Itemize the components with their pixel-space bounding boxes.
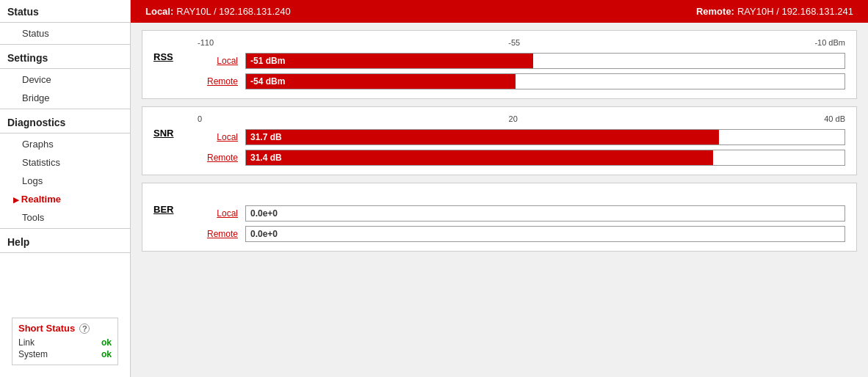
ber-scale-max [843,191,845,200]
snr-bars: 0 20 40 dB Local 31.7 dB Remote 31.4 dB [198,114,845,166]
sidebar-section-status: Status Status [0,0,130,46]
ber-scale-min [198,191,200,200]
sidebar-section-header-diagnostics: Diagnostics [0,111,130,131]
short-status-system-row: System ok [18,348,112,360]
sidebar-section-header-status: Status [0,0,130,21]
short-status-title: Short Status [18,323,75,334]
short-status-link-row: Link ok [18,337,112,348]
sidebar: Status Status Settings Device Bridge Dia… [0,0,131,377]
ber-remote-row: Remote 0.0e+0 [198,226,845,242]
snr-scale: 0 20 40 dB [198,114,845,123]
remote-label: Remote: [696,6,734,17]
short-status-link-label: Link [18,337,35,348]
sidebar-item-graphs[interactable]: Graphs [0,135,130,153]
ber-title-row: BER Local 0.0e+0 Remote [153,191,845,242]
ber-remote-bar-fill: 0.0e+0 [246,227,845,241]
ber-bars: Local 0.0e+0 Remote 0.0e+0 [198,191,845,242]
main-content: Local: RAY10L / 192.168.131.240 Remote: … [131,0,868,377]
remote-value: RAY10H / 192.168.131.241 [737,6,853,17]
rss-title-row: RSS -110 -55 -10 dBm Local -51 dBm R [153,38,845,89]
rss-local-bar-fill: -51 dBm [246,54,533,68]
snr-panel: SNR 0 20 40 dB Local 31.7 dB Remote [142,106,857,175]
local-value: RAY10L / 192.168.131.240 [176,6,290,17]
sidebar-section-settings: Settings Device Bridge [0,46,130,111]
snr-local-bar-container: 31.7 dB [245,129,845,145]
snr-title-row: SNR 0 20 40 dB Local 31.7 dB Remote [153,114,845,166]
rss-title: RSS [153,51,183,62]
snr-scale-mid: 20 [509,114,518,123]
rss-remote-row: Remote -54 dBm [198,73,845,89]
ber-local-bar-fill: 0.0e+0 [246,206,845,221]
rss-remote-bar-container: -54 dBm [245,73,845,89]
snr-scale-max: 40 dB [824,114,845,123]
snr-remote-row: Remote 31.4 dB [198,150,845,166]
snr-remote-bar-container: 31.4 dB [245,150,845,166]
short-status-system-value: ok [101,349,112,359]
local-info: Local: RAY10L / 192.168.131.240 [145,6,291,17]
local-label: Local: [145,6,173,17]
sidebar-item-status[interactable]: Status [0,24,130,43]
snr-local-label[interactable]: Local [198,132,238,142]
snr-remote-bar-fill: 31.4 dB [246,150,713,165]
snr-local-bar-fill: 31.7 dB [246,130,719,144]
ber-panel: BER Local 0.0e+0 Remote [142,183,857,252]
sidebar-item-bridge[interactable]: Bridge [0,89,130,107]
sidebar-item-tools[interactable]: Tools [0,208,130,227]
short-status-panel: Short Status ? Link ok System ok [12,318,118,365]
rss-scale-min: -110 [198,38,214,47]
ber-local-bar-container: 0.0e+0 [245,205,845,222]
rss-scale-max: -10 dBm [814,38,845,47]
sidebar-item-statistics[interactable]: Statistics [0,153,130,172]
snr-title: SNR [153,128,183,139]
rss-panel: RSS -110 -55 -10 dBm Local -51 dBm R [142,30,857,99]
rss-scale-mid: -55 [508,38,520,47]
sidebar-item-logs[interactable]: Logs [0,172,130,190]
sidebar-section-header-settings: Settings [0,46,130,67]
rss-scale: -110 -55 -10 dBm [198,38,845,47]
rss-remote-label[interactable]: Remote [198,76,238,87]
sidebar-item-device[interactable]: Device [0,70,130,89]
rss-local-label[interactable]: Local [198,56,238,66]
rss-bars: -110 -55 -10 dBm Local -51 dBm Remote -5… [198,38,845,89]
snr-scale-min: 0 [198,114,202,123]
sidebar-section-diagnostics: Diagnostics Graphs Statistics Logs Realt… [0,111,130,230]
snr-remote-label[interactable]: Remote [198,153,238,163]
ber-local-row: Local 0.0e+0 [198,205,845,222]
remote-info: Remote: RAY10H / 192.168.131.241 [696,6,853,17]
ber-scale-mid [520,191,522,200]
sidebar-item-realtime[interactable]: Realtime [0,190,130,208]
ber-local-label[interactable]: Local [198,208,238,219]
ber-remote-label[interactable]: Remote [198,229,238,239]
rss-remote-bar-fill: -54 dBm [246,74,516,89]
content-area: RSS -110 -55 -10 dBm Local -51 dBm R [131,23,868,259]
sidebar-section-help: Help [0,230,130,255]
short-status-link-value: ok [101,337,112,348]
short-status-system-label: System [18,349,48,359]
ber-scale [198,191,845,200]
snr-local-row: Local 31.7 dB [198,129,845,145]
sidebar-section-header-help: Help [0,230,130,251]
rss-local-bar-container: -51 dBm [245,53,845,69]
ber-title: BER [153,204,183,215]
ber-remote-bar-container: 0.0e+0 [245,226,845,242]
short-status-header: Short Status ? [18,323,112,334]
rss-local-row: Local -51 dBm [198,53,845,69]
header-bar: Local: RAY10L / 192.168.131.240 Remote: … [131,0,868,23]
short-status-help-button[interactable]: ? [79,323,90,334]
